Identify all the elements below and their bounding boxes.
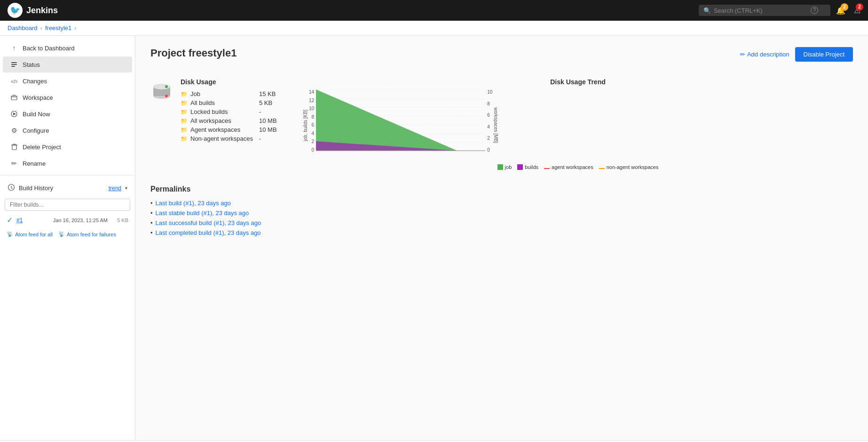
disk-label-job: Job	[190, 90, 256, 97]
folder-icon-nonagentws: 📁	[181, 136, 188, 142]
trend-link[interactable]: trend	[109, 185, 121, 192]
sidebar-item-delete-project[interactable]: Delete Project	[3, 139, 132, 155]
legend-item-builds: builds	[517, 164, 538, 170]
build-filter-input[interactable]	[5, 199, 130, 211]
build-size: 5 KB	[111, 217, 128, 223]
legend-label-nonagentws: non-agent workspaces	[607, 164, 659, 170]
disk-row-all-builds: 📁 All builds 5 KB	[181, 98, 284, 107]
build-filter	[5, 199, 130, 211]
notifications-bell[interactable]: 🔔 2	[836, 6, 845, 15]
svg-rect-1	[11, 64, 17, 65]
search-bar: 🔍 ?	[699, 5, 830, 16]
permalink-list: Last build (#1), 23 days ago Last stable…	[150, 198, 853, 238]
build-item[interactable]: ✓ #1 Jan 16, 2023, 11:25 AM 5 KB	[0, 213, 135, 227]
search-input[interactable]	[714, 7, 808, 14]
disk-value-locked: -	[259, 108, 261, 115]
permalinks-section: Permalinks Last build (#1), 23 days ago …	[150, 185, 853, 238]
sidebar-item-build-now[interactable]: Build Now	[3, 106, 132, 122]
sidebar-item-status[interactable]: Status	[3, 56, 132, 72]
legend-label-job: job	[505, 164, 512, 170]
sidebar-item-rename[interactable]: ✏ Rename	[3, 155, 132, 171]
y-tick-8: 8	[309, 114, 314, 120]
disk-value-nonagentws: -	[259, 135, 261, 142]
permalink-last-stable-build[interactable]: Last stable build (#1), 23 days ago	[156, 209, 249, 217]
folder-icon-job: 📁	[181, 91, 188, 97]
permalink-last-successful-build[interactable]: Last successful build (#1), 23 days ago	[156, 219, 261, 226]
alerts-icon[interactable]: ⚠ 2	[854, 6, 860, 15]
svg-rect-8	[13, 144, 16, 145]
y-right-tick-8: 8	[487, 101, 492, 106]
legend-label-builds: builds	[525, 164, 538, 170]
legend-color-agentws	[544, 168, 550, 169]
delete-icon	[10, 143, 18, 151]
build-number-link[interactable]: #1	[16, 217, 23, 224]
y-right-tick-4: 4	[487, 124, 492, 129]
build-history-section: Build History trend ▾ ✓ #1 Jan 16, 2023,…	[0, 175, 135, 241]
legend-item-agent-ws: agent workspaces	[544, 164, 593, 170]
list-item: Last build (#1), 23 days ago	[150, 198, 853, 208]
permalink-last-build[interactable]: Last build (#1), 23 days ago	[156, 200, 231, 207]
sidebar-item-workspace[interactable]: Workspace	[3, 89, 132, 105]
main-layout: ↑ Back to Dashboard Status </> Changes W…	[0, 36, 868, 440]
svg-rect-4	[11, 96, 17, 100]
build-now-icon	[10, 110, 18, 118]
svg-marker-23	[316, 89, 457, 151]
svg-rect-7	[12, 145, 16, 150]
chart-wrapper: job, builds [KB] 14 12 10 8 6 4 2 0	[303, 89, 853, 161]
chart-svg-container	[316, 89, 485, 161]
edit-icon: ✏	[740, 51, 745, 58]
list-item: Last stable build (#1), 23 days ago	[150, 208, 853, 218]
rename-icon: ✏	[10, 160, 18, 167]
folder-icon-agentws: 📁	[181, 127, 188, 133]
add-description-link[interactable]: ✏ Add description	[740, 51, 789, 58]
disk-usage-info: Disk Usage 📁 Job 15 KB 📁 All builds 5 KB…	[150, 78, 284, 143]
y-tick-10: 10	[309, 106, 314, 111]
y-tick-12: 12	[309, 98, 314, 103]
chevron-down-icon: ▾	[125, 185, 127, 191]
disk-row-nonagent-workspaces: 📁 Non-agent workspaces -	[181, 134, 284, 143]
y-axis-right-label: workspaces [MB]	[493, 107, 498, 143]
sidebar-label-build-now: Build Now	[23, 111, 50, 118]
permalinks-title: Permalinks	[150, 185, 853, 193]
sidebar-item-changes[interactable]: </> Changes	[3, 73, 132, 89]
svg-marker-6	[13, 113, 16, 115]
status-icon	[10, 61, 18, 68]
svg-text:</>: </>	[11, 79, 17, 84]
legend-color-job	[497, 164, 503, 170]
sidebar-label-back: Back to Dashboard	[23, 45, 75, 52]
breadcrumb-sep-2: ›	[74, 24, 76, 32]
disk-label-allbuilds: All builds	[190, 99, 256, 106]
top-actions: ✏ Add description Disable Project	[740, 47, 853, 62]
back-icon: ↑	[10, 44, 18, 52]
y-tick-14: 14	[309, 89, 314, 95]
legend-label-agentws: agent workspaces	[552, 164, 593, 170]
chart-title: Disk Usage Trend	[303, 78, 853, 86]
legend-item-nonagent-ws: non-agent workspaces	[599, 164, 659, 170]
breadcrumb-sep-1: ›	[40, 24, 42, 32]
sidebar-item-back-to-dashboard[interactable]: ↑ Back to Dashboard	[3, 40, 132, 56]
svg-point-13	[165, 95, 168, 97]
y-right-tick-6: 6	[487, 113, 492, 118]
sidebar-item-configure[interactable]: ⚙ Configure	[3, 122, 132, 138]
build-history-icon	[8, 184, 15, 193]
legend-color-nonagentws	[599, 168, 605, 169]
disable-project-button[interactable]: Disable Project	[795, 47, 853, 62]
breadcrumb-freestyle1[interactable]: freestyle1	[45, 24, 71, 32]
disk-label-nonagentws: Non-agent workspaces	[190, 135, 256, 142]
atom-feed-failures-link[interactable]: 📡 Atom feed for failures	[58, 231, 116, 237]
y-tick-0: 0	[309, 147, 314, 153]
build-status-icon: ✓	[7, 216, 13, 225]
atom-feed-all-link[interactable]: 📡 Atom feed for all	[7, 231, 53, 237]
breadcrumb-dashboard[interactable]: Dashboard	[8, 24, 38, 32]
disk-label-agentws: Agent workspaces	[190, 126, 256, 133]
y-axis-left: 14 12 10 8 6 4 2 0	[309, 89, 316, 160]
jenkins-brand[interactable]: 🐦 Jenkins	[8, 3, 58, 18]
help-icon[interactable]: ?	[811, 7, 818, 14]
disk-value-agentws: 10 MB	[259, 126, 277, 133]
disk-usage-section: Disk Usage 📁 Job 15 KB 📁 All builds 5 KB…	[150, 78, 853, 170]
permalink-last-completed-build[interactable]: Last completed build (#1), 23 days ago	[156, 229, 261, 236]
page-title: Project freestyle1	[150, 47, 237, 59]
configure-icon: ⚙	[10, 127, 18, 134]
y-tick-6: 6	[309, 122, 314, 128]
build-history-label: Build History	[19, 185, 105, 192]
